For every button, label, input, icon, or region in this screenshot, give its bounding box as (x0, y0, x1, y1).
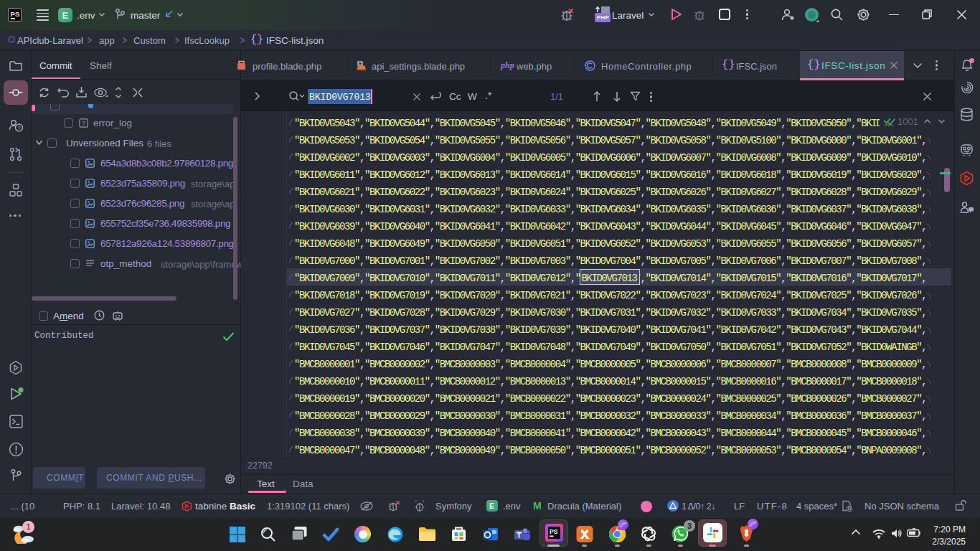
svg-text:?: ? (82, 120, 85, 127)
svg-text:?: ? (18, 125, 21, 131)
svg-text:PS: PS (550, 528, 558, 535)
